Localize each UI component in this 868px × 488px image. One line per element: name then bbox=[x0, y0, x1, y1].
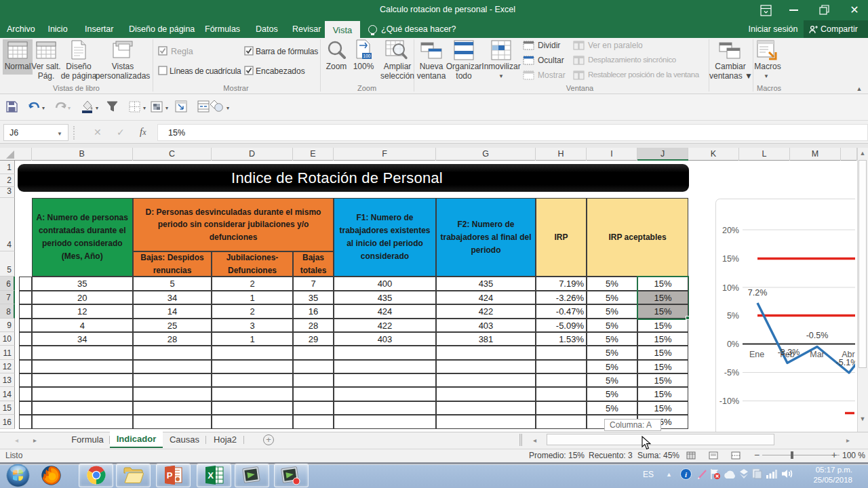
svg-text:-10%: -10% bbox=[719, 396, 739, 406]
svg-text:10%: 10% bbox=[722, 283, 739, 293]
svg-text:-3.3%: -3.3% bbox=[778, 348, 800, 357]
svg-text:0%: 0% bbox=[727, 340, 739, 349]
svg-text:-0.5%: -0.5% bbox=[806, 331, 829, 340]
svg-text:20%: 20% bbox=[722, 226, 739, 235]
svg-text:-5%: -5% bbox=[724, 368, 739, 378]
svg-text:Mar: Mar bbox=[810, 350, 825, 359]
svg-text:100: 100 bbox=[363, 54, 371, 58]
svg-text:X: X bbox=[208, 470, 214, 481]
svg-text:Ene: Ene bbox=[749, 350, 764, 359]
svg-text:15%: 15% bbox=[722, 254, 739, 264]
svg-text:5%: 5% bbox=[727, 311, 739, 321]
svg-text:P: P bbox=[167, 470, 173, 481]
svg-text:-5.1%: -5.1% bbox=[836, 358, 855, 367]
svg-text:7.2%: 7.2% bbox=[748, 288, 768, 298]
